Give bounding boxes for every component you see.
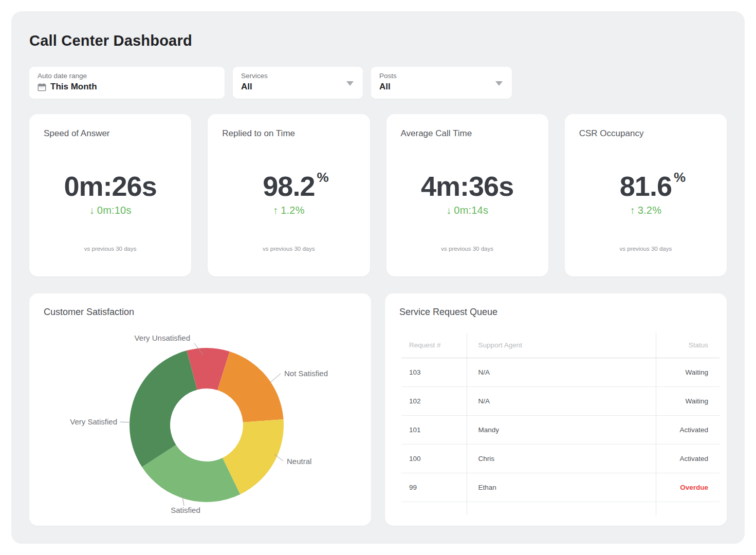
table-row: 102N/AWaiting — [401, 386, 720, 415]
support-agent-cell: Ethan — [467, 473, 656, 502]
kpi-card-average-call-time: Average Call Time 4m:36s ↓0m:14s vs prev… — [386, 114, 548, 276]
donut-segment-not-satisfied[interactable] — [217, 351, 283, 422]
kpi-change: ↓0m:10s — [29, 205, 191, 216]
kpi-card-speed-of-answer: Speed of Answer 0m:26s ↓0m:10s vs previo… — [29, 114, 191, 276]
kpi-value: 4m:36s — [421, 171, 513, 201]
donut-segment-very-satisfied[interactable] — [130, 350, 197, 467]
kpi-comparison-note: vs previous 30 days — [565, 246, 727, 252]
request-table: Request # Support Agent Status 103N/AWai… — [401, 333, 720, 515]
support-agent-cell: N/A — [467, 358, 656, 386]
services-value: All — [241, 81, 252, 93]
dashboard-container: Call Center Dashboard Auto date range Th… — [11, 11, 745, 544]
customer-satisfaction-panel: Customer Satisfaction Very UnsatisfiedNo… — [29, 293, 371, 526]
kpi-title: Speed of Answer — [44, 128, 110, 139]
kpi-value: 98.2 — [263, 171, 315, 201]
support-agent-cell: Mandy — [467, 415, 656, 444]
support-agent-cell: N/A — [467, 386, 656, 415]
status-cell: Waiting — [656, 386, 720, 415]
bottom-row: Customer Satisfaction Very UnsatisfiedNo… — [29, 293, 727, 526]
table-row: 99EthanOverdue — [401, 473, 720, 502]
table-header-row: Request # Support Agent Status — [401, 333, 720, 358]
column-header-agent: Support Agent — [467, 333, 656, 358]
kpi-value: 81.6 — [620, 171, 672, 201]
empty-row — [401, 502, 720, 515]
date-range-value: This Month — [50, 81, 97, 93]
column-header-status: Status — [656, 333, 720, 358]
request-table-body: 103N/AWaiting102N/AWaiting101MandyActiva… — [401, 358, 720, 502]
kpi-title: CSR Occupancy — [579, 128, 644, 139]
service-request-queue-panel: Service Request Queue Request # Support … — [385, 293, 727, 526]
date-range-label: Auto date range — [38, 71, 216, 80]
kpi-comparison-note: vs previous 30 days — [208, 246, 370, 252]
kpi-card-csr-occupancy: CSR Occupancy 81.6 % ↑3.2% vs previous 3… — [565, 114, 727, 276]
posts-label: Posts — [379, 71, 504, 80]
kpi-change: ↑3.2% — [565, 205, 727, 216]
table-row: 100ChrisActivated — [401, 444, 720, 473]
kpi-card-replied-on-time: Replied to on Time 98.2 % ↑1.2% vs previ… — [208, 114, 370, 276]
posts-value: All — [379, 81, 391, 93]
arrow-up-icon: ↑ — [273, 205, 278, 216]
arrow-down-icon: ↓ — [446, 205, 451, 216]
table-row: 101MandyActivated — [401, 415, 720, 444]
arrow-down-icon: ↓ — [89, 205, 95, 216]
request-number-cell: 102 — [401, 386, 467, 415]
satisfaction-donut: Very UnsatisfiedNot SatisfiedNeutralSati… — [29, 293, 370, 526]
kpi-row: Speed of Answer 0m:26s ↓0m:10s vs previo… — [29, 114, 727, 276]
table-title: Service Request Queue — [399, 307, 497, 318]
kpi-title: Average Call Time — [401, 128, 472, 139]
kpi-title: Replied to on Time — [222, 128, 295, 139]
request-number-cell: 100 — [401, 444, 467, 473]
page-title: Call Center Dashboard — [29, 32, 727, 49]
request-number-cell: 103 — [401, 358, 467, 386]
donut-label-not-satisfied: Not Satisfied — [284, 369, 328, 378]
kpi-change: ↑1.2% — [208, 205, 370, 216]
arrow-up-icon: ↑ — [630, 205, 635, 216]
posts-filter[interactable]: Posts All — [371, 67, 512, 99]
request-number-cell: 101 — [401, 415, 467, 444]
kpi-unit: % — [674, 170, 686, 186]
donut-label-neutral: Neutral — [287, 457, 311, 466]
kpi-value: 0m:26s — [64, 171, 157, 201]
filter-bar: Auto date range This Month Services All — [29, 67, 727, 99]
kpi-unit: % — [317, 170, 328, 186]
chevron-down-icon — [495, 81, 503, 86]
services-label: Services — [241, 71, 355, 80]
status-cell: Waiting — [656, 358, 720, 386]
date-range-filter[interactable]: Auto date range This Month — [29, 67, 225, 99]
status-cell: Activated — [656, 444, 720, 473]
table-row: 103N/AWaiting — [401, 358, 720, 386]
status-cell: Overdue — [656, 473, 720, 502]
donut-label-very-satisfied: Very Satisfied — [70, 417, 117, 426]
services-filter[interactable]: Services All — [233, 67, 363, 99]
donut-label-satisfied: Satisfied — [171, 506, 200, 514]
status-cell: Activated — [656, 415, 720, 444]
label-leader-line — [120, 422, 131, 422]
support-agent-cell: Chris — [467, 444, 656, 473]
label-leader-line — [270, 374, 281, 382]
kpi-change: ↓0m:14s — [386, 205, 548, 216]
request-number-cell: 99 — [401, 473, 467, 502]
calendar-icon — [38, 83, 46, 91]
column-header-request: Request # — [401, 333, 467, 358]
kpi-comparison-note: vs previous 30 days — [29, 246, 191, 252]
donut-label-very-unsatisfied: Very Unsatisfied — [135, 334, 190, 342]
chevron-down-icon — [346, 81, 354, 86]
kpi-comparison-note: vs previous 30 days — [386, 246, 548, 252]
